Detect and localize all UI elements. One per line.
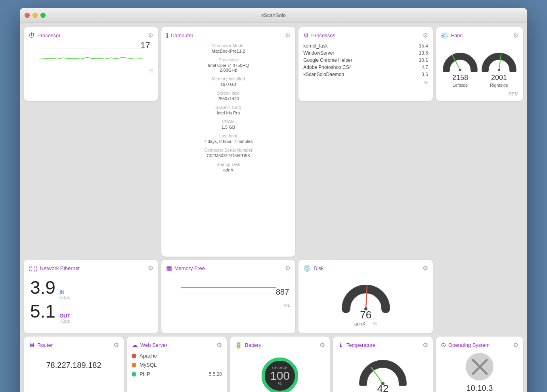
os-icon: ⊙ (441, 341, 446, 349)
fans-settings-icon[interactable]: ⚙ (513, 32, 518, 39)
process-row: Adobe Photoshop CS4 4.7 (303, 64, 428, 71)
fans-unit: RPM (441, 91, 518, 96)
memory-icon: ▦ (166, 265, 172, 272)
memory-free-card: ▦ Memory Free ⚙ 887 MB (161, 260, 296, 333)
battery-value: 100 (270, 370, 290, 382)
main-window: xScanSolo ⏱ Processor ⚙ 17 (20, 8, 527, 392)
maximize-button[interactable] (40, 13, 46, 18)
router-title: Router (37, 342, 53, 348)
processor-title: Processor (37, 32, 61, 38)
battery-card: 🔋 Battery ⚙ CHARGE (230, 337, 330, 392)
process-value: 4.7 (408, 64, 428, 71)
network-out-label: OUT (59, 313, 70, 319)
fan-right-value: 2001 (481, 74, 517, 82)
network-settings-icon[interactable]: ⚙ (148, 265, 153, 272)
fans-card: 💨 Fans ⚙ 2158 (436, 27, 523, 101)
temperature-icon: 🌡 (338, 342, 344, 349)
memory-settings-icon[interactable]: ⚙ (285, 265, 291, 272)
computer-icon: ℹ (166, 32, 168, 39)
temperature-settings-icon[interactable]: ⚙ (423, 341, 428, 349)
traffic-lights (25, 13, 46, 18)
server-list: Apache MySQL PHP 5.5.20 (132, 353, 222, 377)
os-card: ⊙ Operating System ⚙ 10.10.3 Yosemite (436, 337, 523, 392)
network-in-label: IN (59, 289, 70, 295)
processes-title: Processes (311, 32, 335, 38)
model-label: Computer Model (166, 43, 291, 48)
webserver-title: Web Server (140, 342, 167, 348)
fans-icon: 💨 (441, 32, 449, 39)
process-row: Google Chrome Helper 10.1 (303, 57, 428, 64)
network-card: ((·)) Network Ethernet ⚙ 3.9 IN KBps 5 (24, 260, 158, 333)
processor-value: 17 (140, 40, 150, 51)
process-name: Adobe Photoshop CS4 (303, 64, 408, 71)
processor-chart (29, 42, 153, 66)
processor-settings-icon[interactable]: ⚙ (148, 32, 153, 39)
processor-icon: ⏱ (29, 32, 35, 39)
os-logo (466, 353, 493, 381)
webserver-icon: ☁ (132, 341, 138, 349)
titlebar: xScanSolo (20, 8, 527, 23)
osx-logo-svg (471, 358, 489, 376)
boot-label: Last boot (166, 133, 291, 138)
battery-unit: % (270, 382, 290, 386)
memory-title: Memory Free (174, 265, 205, 271)
disk-value: 76 (360, 309, 371, 321)
os-version: 10.10.3 (467, 384, 493, 392)
svg-point-4 (459, 69, 461, 71)
computer-info: Computer Model MacBookPro11,2 Processor … (166, 43, 291, 172)
network-out-value: 5.1 (30, 302, 55, 320)
computer-card: ℹ Computer ⚙ Computer Model MacBookPro11… (161, 27, 296, 257)
battery-title: Battery (245, 342, 261, 348)
processes-unit: % (303, 80, 428, 85)
processes-settings-icon[interactable]: ⚙ (423, 32, 428, 39)
serial-label: Computer Serial Number (166, 148, 291, 152)
boot-value: 7 days, 0 hour, 7 minutes (166, 139, 291, 144)
fans-title: Fans (451, 32, 463, 38)
battery-center: CHARGE 100 % Full (235, 352, 325, 392)
server-item: PHP 5.5.20 (132, 371, 222, 377)
vram-label: VRAM (166, 119, 291, 124)
startup-value: adnX (166, 167, 291, 172)
processor-speed: 2.00GHz (166, 68, 291, 72)
server-status-dot (132, 372, 136, 377)
server-name: PHP (140, 371, 206, 377)
processor-card: ⏱ Processor ⚙ 17 % (24, 27, 158, 101)
battery-settings-icon[interactable]: ⚙ (319, 341, 325, 349)
webserver-settings-icon[interactable]: ⚙ (216, 341, 222, 349)
battery-text: CHARGE 100 % (270, 366, 290, 386)
startup-label: Startup Disk (166, 162, 291, 167)
computer-settings-icon[interactable]: ⚙ (285, 32, 291, 39)
server-item: Apache (132, 353, 222, 359)
temperature-card: 🌡 Temperature ⚙ 42 °C (333, 337, 433, 392)
router-icon: 🖥 (29, 342, 35, 349)
battery-icon: 🔋 (235, 341, 243, 349)
close-button[interactable] (25, 13, 30, 18)
process-name: xScanSoloDaemon (303, 71, 408, 78)
process-row: WindowServer 13.6 (303, 49, 428, 57)
os-settings-icon[interactable]: ⚙ (513, 341, 518, 349)
gpu-value: Intel Iris Pro (166, 110, 291, 115)
server-status-dot (132, 363, 136, 367)
temperature-gauge (359, 352, 407, 386)
window-title: xScanSolo (261, 12, 286, 18)
fan-right: 2001 Rightside (481, 46, 517, 88)
disk-icon: 💿 (303, 265, 311, 272)
minimize-button[interactable] (33, 13, 38, 18)
disk-settings-icon[interactable]: ⚙ (423, 265, 428, 272)
fan-left: 2158 Leftside (442, 46, 478, 88)
memory-value: 887 (276, 287, 289, 297)
process-list: kernel_task 15.4WindowServer 13.6Google … (303, 42, 428, 78)
disk-gauge (340, 277, 392, 313)
memory-chart (166, 276, 291, 300)
disk-gauge-container: 76 adnX % (303, 275, 428, 329)
processes-card: ⚙ Processes ⚙ kernel_task 15.4WindowServ… (298, 27, 433, 101)
model-value: MacBookPro11,2 (166, 49, 291, 53)
router-settings-icon[interactable]: ⚙ (113, 341, 119, 349)
disk-card: 💿 Disk ⚙ 76 adnX (298, 260, 433, 333)
fan-left-value: 2158 (442, 74, 478, 82)
processor-unit: % (29, 69, 153, 73)
server-version: 5.5.20 (209, 371, 222, 377)
temperature-value: 42 (377, 382, 389, 392)
svg-line-16 (371, 367, 383, 384)
disk-title: Disk (314, 265, 323, 271)
